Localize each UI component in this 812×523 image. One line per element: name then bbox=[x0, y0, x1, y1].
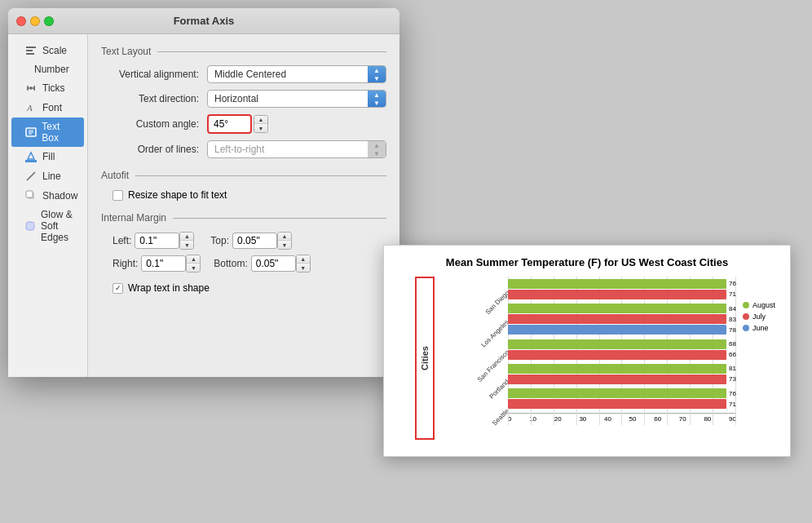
sandiego-august-val: 76 bbox=[729, 280, 736, 287]
right-margin-label: Right: bbox=[113, 258, 138, 269]
top-stepper-up[interactable]: ▲ bbox=[278, 233, 291, 241]
seattle-july-bar bbox=[508, 399, 726, 409]
chevron-up-icon: ▲ bbox=[373, 67, 380, 74]
vertical-alignment-dropdown-btn[interactable]: ▲ ▼ bbox=[368, 66, 386, 82]
scale-icon bbox=[24, 44, 38, 57]
portland-july-bar bbox=[508, 375, 726, 384]
minimize-button[interactable] bbox=[30, 16, 40, 26]
close-button[interactable] bbox=[16, 16, 26, 26]
sidebar-item-font-label: Font bbox=[42, 102, 62, 113]
order-of-lines-label: Order of lines: bbox=[101, 144, 207, 155]
resize-shape-row: Resize shape to fit text bbox=[113, 189, 386, 201]
wrap-text-checkbox[interactable]: ✓ bbox=[113, 283, 123, 294]
legend-august-dot bbox=[743, 302, 749, 308]
right-stepper-up[interactable]: ▲ bbox=[187, 255, 200, 264]
text-direction-row: Text direction: Horizontal ▲ ▼ bbox=[101, 90, 386, 108]
seattle-july-val: 71 bbox=[729, 401, 736, 408]
right-stepper-down[interactable]: ▼ bbox=[187, 264, 200, 272]
font-icon: A bbox=[24, 101, 38, 114]
internal-margin-section-title: Internal Margin bbox=[101, 212, 386, 224]
legend-july: July bbox=[743, 312, 775, 321]
maximize-button[interactable] bbox=[44, 16, 54, 26]
top-margin-input[interactable] bbox=[232, 233, 277, 249]
vertical-alignment-select[interactable]: Middle Centered ▲ ▼ bbox=[207, 65, 386, 83]
sidebar-item-shadow[interactable]: Shadow bbox=[8, 186, 87, 206]
legend-july-dot bbox=[743, 313, 749, 320]
losangeles-july-bar bbox=[508, 314, 726, 324]
stepper-down-button[interactable]: ▼ bbox=[254, 124, 267, 132]
top-stepper-down[interactable]: ▼ bbox=[278, 241, 291, 249]
left-stepper-up[interactable]: ▲ bbox=[180, 233, 193, 241]
dialog-title: Format Axis bbox=[174, 15, 235, 27]
svg-rect-2 bbox=[26, 53, 34, 55]
sidebar-item-line-label: Line bbox=[42, 171, 61, 182]
internal-margin-section: Internal Margin Left: ▲ ▼ bbox=[101, 212, 386, 294]
dialog-body: Scale Number Ticks A Font bbox=[8, 34, 399, 377]
chevron-up-icon: ▲ bbox=[373, 91, 380, 99]
losangeles-june-val: 78 bbox=[729, 326, 736, 334]
bottom-margin-stepper: ▲ ▼ bbox=[296, 255, 311, 273]
vertical-alignment-label: Vertical alignment: bbox=[101, 69, 207, 80]
legend-june: June bbox=[743, 324, 775, 332]
sidebar-item-scale-label: Scale bbox=[42, 45, 67, 56]
sidebar-item-font[interactable]: A Font bbox=[8, 98, 87, 117]
left-stepper-down[interactable]: ▼ bbox=[180, 241, 193, 249]
sidebar-item-number[interactable]: Number bbox=[8, 60, 87, 78]
bottom-margin-label: Bottom: bbox=[214, 258, 247, 269]
sidebar-item-glow[interactable]: Glow & Soft Edges bbox=[8, 206, 87, 246]
sidebar-item-line[interactable]: Line bbox=[8, 166, 87, 186]
svg-line-13 bbox=[27, 172, 35, 180]
svg-rect-1 bbox=[26, 50, 33, 51]
stepper-up-button[interactable]: ▲ bbox=[254, 116, 267, 124]
text-direction-dropdown-btn[interactable]: ▲ ▼ bbox=[368, 91, 386, 107]
city-label-sandiego: San Diego bbox=[483, 289, 510, 316]
losangeles-august-val: 84 bbox=[729, 305, 736, 312]
left-margin-label: Left: bbox=[113, 235, 131, 246]
bottom-stepper-down[interactable]: ▼ bbox=[297, 264, 310, 272]
portland-august-val: 81 bbox=[729, 365, 736, 372]
wrap-text-row: ✓ Wrap text in shape bbox=[113, 282, 386, 294]
sidebar-item-textbox-label: Text Box bbox=[42, 121, 77, 144]
custom-angle-stepper: ▲ ▼ bbox=[254, 115, 268, 133]
fill-icon bbox=[24, 150, 38, 163]
autofit-section: Autofit Resize shape to fit text bbox=[101, 170, 386, 201]
vertical-alignment-value: Middle Centered bbox=[208, 66, 368, 82]
text-direction-select[interactable]: Horizontal ▲ ▼ bbox=[207, 90, 386, 108]
svg-rect-15 bbox=[26, 191, 33, 197]
legend-july-label: July bbox=[752, 312, 766, 321]
losangeles-august-bar bbox=[508, 304, 726, 313]
sidebar-item-scale[interactable]: Scale bbox=[8, 41, 87, 60]
svg-rect-0 bbox=[26, 47, 36, 48]
sanfrancisco-august-val: 68 bbox=[729, 340, 736, 348]
textbox-icon bbox=[24, 126, 37, 139]
chevron-up-icon: ▲ bbox=[373, 142, 380, 149]
bars-column: 76 71 84 bbox=[508, 277, 736, 440]
chart-window: Mean Summer Temperature (F) for US West … bbox=[383, 245, 791, 457]
sidebar-item-glow-label: Glow & Soft Edges bbox=[41, 209, 81, 243]
order-of-lines-value: Left-to-right bbox=[208, 141, 368, 157]
bottom-stepper-up[interactable]: ▲ bbox=[297, 255, 310, 264]
sidebar-item-textbox[interactable]: Text Box bbox=[11, 117, 84, 147]
sidebar-item-fill[interactable]: Fill bbox=[8, 147, 87, 166]
sandiego-july-val: 71 bbox=[729, 290, 736, 298]
autofit-section-title: Autofit bbox=[101, 170, 386, 181]
custom-angle-row: Custom angle: ▲ ▼ bbox=[101, 114, 386, 134]
y-axis-label: Cities bbox=[420, 346, 430, 370]
resize-shape-checkbox[interactable] bbox=[113, 190, 123, 201]
sanfrancisco-august-bar bbox=[508, 339, 726, 349]
right-margin-input[interactable] bbox=[141, 255, 186, 272]
portland-august-bar bbox=[508, 364, 726, 374]
svg-rect-12 bbox=[25, 160, 37, 162]
sanfrancisco-july-val: 66 bbox=[729, 351, 736, 358]
legend-august: August bbox=[743, 301, 775, 309]
sandiego-july-bar bbox=[508, 290, 726, 299]
custom-angle-input[interactable] bbox=[207, 114, 252, 134]
sidebar-item-number-label: Number bbox=[34, 64, 69, 75]
sandiego-august-bar bbox=[508, 279, 726, 289]
bottom-margin-input[interactable] bbox=[251, 255, 296, 272]
bars-area: San Diego Los Angeles San Francisco Port… bbox=[457, 277, 736, 440]
order-of-lines-select: Left-to-right ▲ ▼ bbox=[207, 140, 386, 158]
left-margin-input[interactable] bbox=[135, 233, 179, 249]
sidebar-item-ticks[interactable]: Ticks bbox=[8, 78, 87, 98]
sandiego-bars: 76 71 bbox=[508, 279, 736, 299]
